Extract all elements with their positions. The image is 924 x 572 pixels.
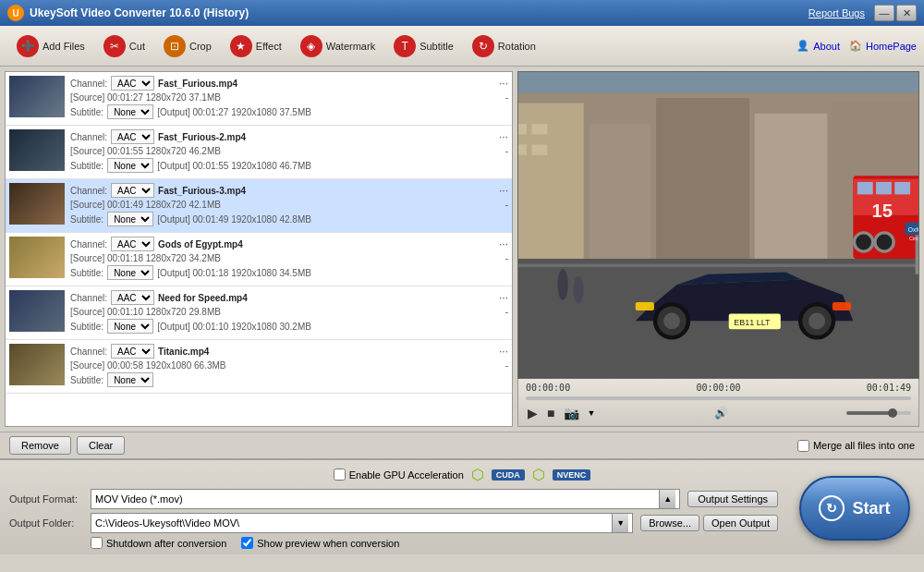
format-dropdown-arrow[interactable]: ▲	[659, 490, 675, 508]
shutdown-checkbox[interactable]	[91, 537, 103, 549]
file-name: Titanic.mp4	[158, 347, 495, 357]
bottom-section: Enable GPU Acceleration ⬡ CUDA ⬡ NVENC O…	[0, 458, 924, 554]
file-menu-dots[interactable]: ···	[499, 291, 508, 304]
file-menu-dots[interactable]: ···	[499, 237, 508, 250]
cut-button[interactable]: ✂ Cut	[94, 31, 154, 61]
homepage-link[interactable]: 🏠HomePage	[849, 40, 917, 52]
cut-icon: ✂	[103, 35, 126, 57]
channel-select[interactable]: AAC	[111, 344, 154, 359]
file-source: [Source] 00:01:49 1280x720 42.1MB	[70, 200, 221, 210]
svg-point-27	[808, 312, 825, 329]
file-menu-dots[interactable]: ···	[499, 77, 508, 90]
preview-panel: EB11 LLT Oxford Circus 15 00:00:00 00:00…	[517, 71, 919, 427]
file-menu-dots[interactable]: ···	[499, 130, 508, 143]
about-link[interactable]: 👤About	[796, 40, 840, 52]
gpu-label: Enable GPU Acceleration	[349, 469, 464, 481]
effect-button[interactable]: ★ Effect	[221, 31, 291, 61]
rotation-button[interactable]: ↻ Rotation	[463, 31, 545, 61]
file-list-item[interactable]: Channel: AAC Gods of Egypt.mp4 ··· [Sour…	[6, 233, 512, 286]
file-list[interactable]: Channel: AAC Fast_Furious.mp4 ··· [Sourc…	[5, 71, 513, 427]
play-button[interactable]: ▶	[526, 404, 540, 422]
subtitle-select[interactable]: None	[107, 212, 153, 226]
file-name: Need for Speed.mp4	[158, 293, 495, 303]
snapshot-arrow[interactable]: ▼	[587, 408, 595, 418]
shutdown-label: Shutdown after conversion	[106, 538, 226, 549]
volume-fill	[846, 411, 892, 415]
svg-text:Circus: Circus	[909, 236, 918, 241]
report-bugs-link[interactable]: Report Bugs	[808, 7, 865, 18]
cuda-badge: CUDA	[492, 469, 525, 481]
merge-checkbox[interactable]	[797, 440, 809, 452]
file-menu-dots[interactable]: ···	[499, 184, 508, 197]
folder-dropdown-arrow[interactable]: ▼	[612, 514, 628, 532]
clear-button[interactable]: Clear	[77, 436, 125, 455]
subtitle-select[interactable]: None	[107, 158, 153, 173]
toolbar-right: 👤About 🏠HomePage	[796, 40, 917, 52]
format-label: Output Format:	[9, 493, 83, 505]
file-list-item[interactable]: Channel: AAC Titanic.mp4 ··· [Source] 00…	[6, 340, 512, 394]
file-info: Channel: AAC Fast_Furious-3.mp4 ··· [Sou…	[70, 183, 508, 228]
rotation-icon: ↻	[472, 35, 494, 57]
subtitle-select[interactable]: None	[107, 104, 153, 119]
output-settings-button[interactable]: Output Settings	[687, 491, 778, 507]
volume-slider[interactable]	[846, 411, 911, 415]
channel-select[interactable]: AAC	[111, 237, 154, 251]
channel-select[interactable]: AAC	[111, 129, 154, 144]
folder-text: C:\Videos-Ukeysoft\Video MOV\	[95, 517, 612, 529]
file-list-item[interactable]: Channel: AAC Fast_Furious.mp4 ··· [Sourc…	[6, 72, 512, 126]
file-output: [Output] 00:01:27 1920x1080 37.5MB	[157, 107, 311, 117]
browse-button[interactable]: Browse...	[640, 515, 699, 531]
file-name: Fast_Furious-2.mp4	[158, 132, 495, 142]
close-button[interactable]: ✕	[896, 5, 917, 21]
open-output-button[interactable]: Open Output	[703, 515, 778, 531]
add-files-icon: ➕	[17, 35, 39, 57]
subtitle-select[interactable]: None	[107, 372, 153, 387]
app-logo: U	[7, 5, 24, 21]
svg-rect-9	[518, 145, 527, 155]
start-area: ↻ Start	[795, 471, 915, 545]
crop-button[interactable]: ⊡ Crop	[154, 31, 221, 61]
crop-icon: ⊡	[164, 35, 186, 57]
format-select-container[interactable]: MOV Video (*.mov) ▲	[91, 489, 680, 509]
file-info: Channel: AAC Need for Speed.mp4 ··· [Sou…	[70, 290, 508, 335]
gpu-checkbox[interactable]	[334, 469, 346, 481]
browse-open-buttons: Browse... Open Output	[640, 515, 778, 531]
file-thumbnail	[9, 237, 65, 278]
svg-rect-2	[518, 103, 584, 259]
file-list-item[interactable]: Channel: AAC Fast_Furious-3.mp4 ··· [Sou…	[6, 179, 512, 233]
add-files-button[interactable]: ➕ Add Files	[7, 31, 94, 61]
file-output: [Output] 00:01:55 1920x1080 46.7MB	[157, 161, 311, 171]
file-name: Gods of Egypt.mp4	[158, 239, 495, 249]
subtitle-button[interactable]: T Subtitle	[384, 31, 463, 61]
start-label: Start	[852, 499, 890, 518]
subtitle-select[interactable]: None	[107, 319, 153, 334]
minimize-button[interactable]: —	[874, 5, 894, 21]
folder-input-container[interactable]: C:\Videos-Ukeysoft\Video MOV\ ▼	[91, 513, 633, 533]
file-thumbnail	[9, 129, 65, 171]
file-info: Channel: AAC Gods of Egypt.mp4 ··· [Sour…	[70, 237, 508, 282]
subtitle-select[interactable]: None	[107, 265, 153, 280]
file-source: [Source] 00:01:18 1280x720 34.2MB	[70, 253, 221, 263]
file-thumbnail	[9, 76, 65, 117]
svg-rect-12	[518, 264, 918, 267]
stop-button[interactable]: ■	[545, 404, 556, 422]
channel-select[interactable]: AAC	[111, 290, 154, 305]
file-actions-bar: Remove Clear Merge all files into one	[0, 432, 924, 458]
file-output: [Output] 00:01:18 1920x1080 34.5MB	[157, 268, 311, 278]
watermark-button[interactable]: ◈ Watermark	[291, 31, 384, 61]
channel-select[interactable]: AAC	[111, 76, 154, 91]
preview-checkbox[interactable]	[241, 537, 253, 549]
merge-checkbox-container: Merge all files into one	[797, 440, 915, 452]
file-menu-dots[interactable]: ···	[499, 345, 508, 358]
channel-select[interactable]: AAC	[111, 183, 154, 198]
channel-label: Channel:	[70, 347, 107, 357]
progress-bar[interactable]	[526, 396, 911, 400]
home-icon: 🏠	[849, 40, 862, 52]
file-name: Fast_Furious.mp4	[158, 79, 495, 89]
snapshot-button[interactable]: 📷	[562, 404, 581, 422]
file-list-item[interactable]: Channel: AAC Need for Speed.mp4 ··· [Sou…	[6, 286, 512, 340]
file-list-item[interactable]: Channel: AAC Fast_Furious-2.mp4 ··· [Sou…	[6, 126, 512, 179]
gpu-row: Enable GPU Acceleration ⬡ CUDA ⬡ NVENC	[9, 466, 915, 483]
start-button[interactable]: ↻ Start	[799, 476, 910, 541]
remove-button[interactable]: Remove	[9, 436, 71, 455]
